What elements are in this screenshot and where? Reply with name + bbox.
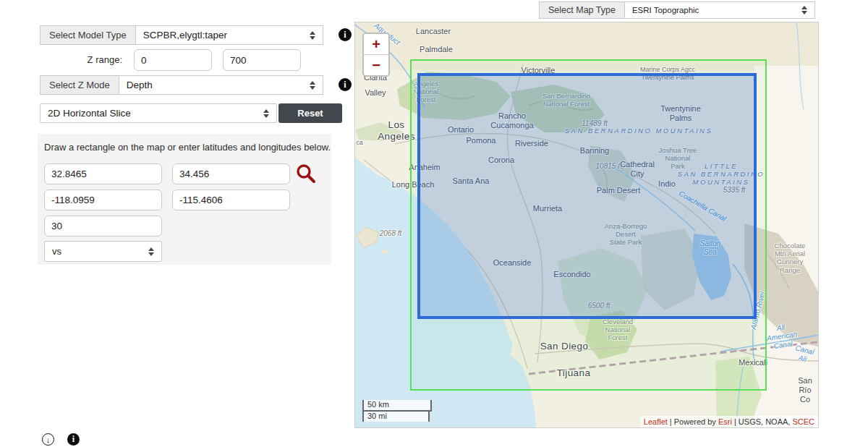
selection-rectangle[interactable] bbox=[417, 73, 757, 319]
chevron-updown-icon bbox=[310, 31, 315, 40]
map-type-group: Select Map Type ESRI Topographic bbox=[539, 1, 815, 19]
reset-button[interactable]: Reset bbox=[278, 103, 342, 123]
z-mode-value: Depth bbox=[127, 80, 304, 90]
property-value: vs bbox=[52, 246, 142, 257]
map-label: All American Canal bbox=[762, 321, 801, 352]
page-info-icon[interactable]: i bbox=[67, 433, 80, 446]
map-label: Canal Ali bbox=[792, 344, 814, 365]
model-type-label: Select Model Type bbox=[40, 25, 135, 45]
esri-link[interactable]: Esri bbox=[718, 417, 732, 426]
z-max-input[interactable] bbox=[223, 49, 301, 71]
lat-max-input[interactable] bbox=[172, 163, 290, 184]
map-label: ca bbox=[356, 139, 363, 147]
map-attribution: Leaflet | Powered by Esri | USGS, NOAA, … bbox=[640, 416, 818, 427]
model-type-info-icon[interactable]: i bbox=[339, 28, 352, 41]
map-type-value: ESRI Topographic bbox=[632, 6, 796, 14]
slice-type-value: 2D Horizontal Slice bbox=[48, 108, 258, 119]
slice-row: 2D Horizontal Slice Reset bbox=[40, 103, 342, 123]
z-mode-group: Select Z Mode Depth bbox=[40, 75, 323, 95]
map-label: Palmdale bbox=[420, 45, 453, 54]
depth-input[interactable] bbox=[44, 216, 162, 237]
attribution-sep2: | USGS, NOAA, bbox=[732, 417, 793, 426]
attribution-sep1: | Powered by bbox=[668, 417, 718, 426]
model-type-value: SCPBR,elygtl:taper bbox=[143, 30, 304, 41]
scale-control: 50 km 30 mi bbox=[362, 400, 432, 422]
slice-type-select[interactable]: 2D Horizontal Slice bbox=[40, 103, 277, 123]
chevron-updown-icon bbox=[310, 81, 315, 90]
z-mode-info-icon[interactable]: i bbox=[339, 78, 352, 91]
lat-min-input[interactable] bbox=[44, 163, 162, 184]
map[interactable]: LancasterPalmdaleAqueductClaritaValleyVi… bbox=[354, 22, 819, 428]
map-type-label: Select Map Type bbox=[539, 1, 624, 19]
scec-link[interactable]: SCEC bbox=[792, 417, 814, 426]
z-mode-label: Select Z Mode bbox=[40, 75, 119, 95]
scale-mi: 30 mi bbox=[362, 410, 430, 422]
chevron-updown-icon bbox=[263, 109, 269, 118]
download-icon[interactable]: ↓ bbox=[42, 433, 54, 446]
map-label: Chocolate Mtn Aerial Gunnery Range bbox=[775, 242, 806, 274]
zoom-in-button[interactable]: + bbox=[364, 34, 388, 54]
map-label: Valley bbox=[365, 88, 386, 98]
lon-max-input[interactable] bbox=[172, 190, 290, 210]
zoom-out-button[interactable]: − bbox=[364, 55, 388, 75]
map-label: 2068 ft bbox=[380, 229, 402, 238]
model-type-select[interactable]: SCPBR,elygtl:taper bbox=[135, 25, 323, 45]
search-icon[interactable] bbox=[295, 163, 317, 187]
model-type-group: Select Model Type SCPBR,elygtl:taper bbox=[40, 25, 323, 45]
z-range-row: Z range: bbox=[40, 49, 323, 71]
chevron-updown-icon bbox=[148, 247, 154, 256]
z-range-label: Z range: bbox=[88, 54, 122, 65]
draw-instruction: Draw a rectangle on the map or enter lat… bbox=[44, 142, 331, 153]
z-mode-select[interactable]: Depth bbox=[119, 75, 323, 95]
z-min-input[interactable] bbox=[134, 49, 212, 71]
latlon-panel: Draw a rectangle on the map or enter lat… bbox=[38, 134, 331, 265]
chevron-updown-icon bbox=[801, 6, 807, 14]
lon-min-input[interactable] bbox=[44, 190, 162, 210]
map-label: San Río Co bbox=[798, 376, 812, 404]
map-label: Lancaster bbox=[416, 27, 451, 36]
property-select[interactable]: vs bbox=[44, 241, 162, 262]
leaflet-link[interactable]: Leaflet bbox=[644, 417, 668, 426]
map-type-select[interactable]: ESRI Topographic bbox=[624, 1, 815, 19]
zoom-control: + − bbox=[362, 33, 390, 77]
